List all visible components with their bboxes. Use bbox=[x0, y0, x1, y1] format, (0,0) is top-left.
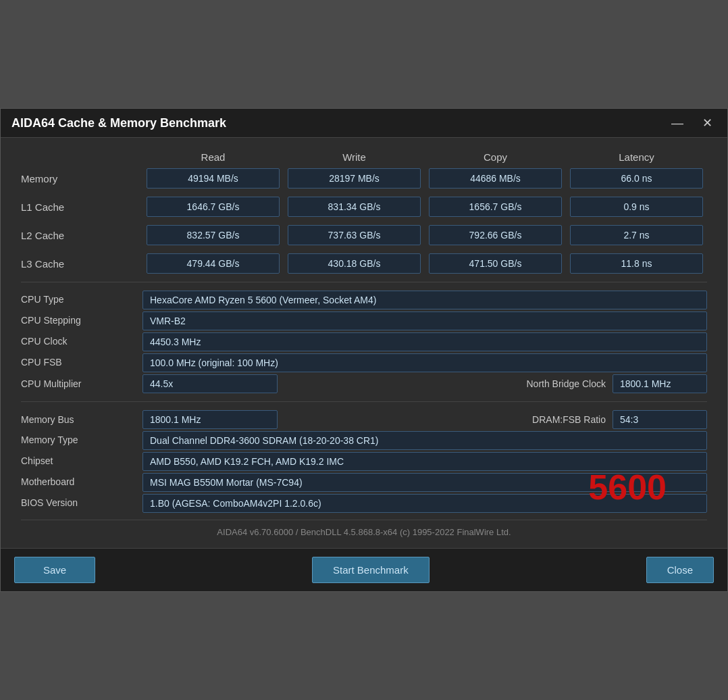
cpu-fsb-value: 100.0 MHz (original: 100 MHz) bbox=[142, 353, 707, 372]
cpu-type-row: CPU Type HexaCore AMD Ryzen 5 5600 (Verm… bbox=[21, 291, 707, 309]
footer-text: AIDA64 v6.70.6000 / BenchDLL 4.5.868.8-x… bbox=[21, 520, 707, 541]
memory-type-value: Dual Channel DDR4-3600 SDRAM (18-20-20-3… bbox=[142, 431, 707, 450]
memory-read: 49194 MB/s bbox=[147, 168, 280, 189]
l2-write: 737.63 GB/s bbox=[288, 225, 421, 245]
col-write: Write bbox=[284, 151, 425, 163]
memory-type-row: Memory Type Dual Channel DDR4-3600 SDRAM… bbox=[21, 431, 707, 450]
row-label-l3: L3 Cache bbox=[21, 258, 142, 270]
chipset-value: AMD B550, AMD K19.2 FCH, AMD K19.2 IMC bbox=[142, 452, 707, 471]
bench-row-l2: L2 Cache 832.57 GB/s 737.63 GB/s 792.66 … bbox=[21, 225, 707, 245]
l2-latency: 2.7 ns bbox=[570, 225, 703, 245]
chipset-label: Chipset bbox=[21, 452, 142, 471]
title-bar: AIDA64 Cache & Memory Benchmark — ✕ bbox=[1, 109, 727, 138]
cpu-type-value: HexaCore AMD Ryzen 5 5600 (Vermeer, Sock… bbox=[142, 291, 707, 309]
north-bridge-clock-label: North Bridge Clock bbox=[520, 375, 613, 393]
bios-label: BIOS Version bbox=[21, 494, 142, 513]
bios-value: 1.B0 (AGESA: ComboAM4v2PI 1.2.0.6c) bbox=[142, 494, 707, 513]
close-button-bar[interactable]: Close bbox=[646, 557, 714, 583]
bench-row-l3: L3 Cache 479.44 GB/s 430.18 GB/s 471.50 … bbox=[21, 253, 707, 274]
l1-latency: 0.9 ns bbox=[570, 197, 703, 217]
start-benchmark-button[interactable]: Start Benchmark bbox=[312, 557, 430, 583]
memory-latency: 66.0 ns bbox=[570, 168, 703, 189]
chipset-row: Chipset AMD B550, AMD K19.2 FCH, AMD K19… bbox=[21, 452, 707, 471]
main-content: Read Write Copy Latency Memory 49194 MB/… bbox=[1, 138, 727, 548]
l3-copy: 471.50 GB/s bbox=[429, 253, 562, 274]
l2-copy: 792.66 GB/s bbox=[429, 225, 562, 245]
col-copy: Copy bbox=[425, 151, 566, 163]
cpu-stepping-label: CPU Stepping bbox=[21, 311, 142, 330]
memory-write: 28197 MB/s bbox=[288, 168, 421, 189]
col-read: Read bbox=[142, 151, 284, 163]
col-empty bbox=[21, 151, 142, 163]
cpu-clock-label: CPU Clock bbox=[21, 332, 142, 351]
row-label-l2: L2 Cache bbox=[21, 230, 142, 241]
cpu-stepping-value: VMR-B2 bbox=[142, 311, 707, 330]
motherboard-label: Motherboard bbox=[21, 473, 142, 492]
cpu-clock-value: 4450.3 MHz bbox=[142, 332, 707, 351]
row-label-l1: L1 Cache bbox=[21, 201, 142, 213]
dram-fsb-label: DRAM:FSB Ratio bbox=[525, 411, 613, 428]
main-window: AIDA64 Cache & Memory Benchmark — ✕ Read… bbox=[0, 108, 728, 592]
memory-bus-row: Memory Bus 1800.1 MHz DRAM:FSB Ratio 54:… bbox=[21, 410, 707, 429]
l1-read: 1646.7 GB/s bbox=[147, 197, 280, 217]
minimize-button[interactable]: — bbox=[667, 116, 687, 130]
bench-row-memory: Memory 49194 MB/s 28197 MB/s 44686 MB/s … bbox=[21, 168, 707, 189]
l3-latency: 11.8 ns bbox=[570, 253, 703, 274]
bench-table-header: Read Write Copy Latency bbox=[21, 151, 707, 163]
cpu-multiplier-label: CPU Multiplier bbox=[21, 375, 142, 393]
l1-write: 831.34 GB/s bbox=[288, 197, 421, 217]
dram-fsb-value: 54:3 bbox=[613, 410, 707, 429]
memory-copy: 44686 MB/s bbox=[429, 168, 562, 189]
divider-1 bbox=[21, 282, 707, 282]
divider-2 bbox=[21, 401, 707, 402]
motherboard-row: Motherboard MSI MAG B550M Mortar (MS-7C9… bbox=[21, 473, 707, 492]
cpu-fsb-row: CPU FSB 100.0 MHz (original: 100 MHz) bbox=[21, 353, 707, 372]
l1-copy: 1656.7 GB/s bbox=[429, 197, 562, 217]
window-controls: — ✕ bbox=[667, 116, 717, 130]
motherboard-value: MSI MAG B550M Mortar (MS-7C94) bbox=[142, 473, 707, 492]
cpu-info-section: CPU Type HexaCore AMD Ryzen 5 5600 (Verm… bbox=[21, 291, 707, 393]
col-latency: Latency bbox=[566, 151, 707, 163]
bench-row-l1: L1 Cache 1646.7 GB/s 831.34 GB/s 1656.7 … bbox=[21, 197, 707, 217]
l3-write: 430.18 GB/s bbox=[288, 253, 421, 274]
cpu-stepping-row: CPU Stepping VMR-B2 bbox=[21, 311, 707, 330]
button-bar: Save Start Benchmark Close bbox=[1, 548, 727, 591]
l2-read: 832.57 GB/s bbox=[147, 225, 280, 245]
memory-info-section: Memory Bus 1800.1 MHz DRAM:FSB Ratio 54:… bbox=[21, 410, 707, 513]
cpu-type-label: CPU Type bbox=[21, 291, 142, 309]
cpu-multiplier-row: CPU Multiplier 44.5x North Bridge Clock … bbox=[21, 374, 707, 393]
save-button[interactable]: Save bbox=[14, 557, 95, 583]
north-bridge-clock-value: 1800.1 MHz bbox=[613, 374, 707, 393]
cpu-multiplier-value: 44.5x bbox=[142, 374, 278, 393]
close-button[interactable]: ✕ bbox=[698, 116, 717, 130]
window-title: AIDA64 Cache & Memory Benchmark bbox=[11, 116, 226, 130]
cpu-clock-row: CPU Clock 4450.3 MHz bbox=[21, 332, 707, 351]
bios-row: BIOS Version 1.B0 (AGESA: ComboAM4v2PI 1… bbox=[21, 494, 707, 513]
memory-bus-label: Memory Bus bbox=[21, 411, 142, 428]
memory-bus-value: 1800.1 MHz bbox=[142, 410, 278, 429]
cpu-fsb-label: CPU FSB bbox=[21, 353, 142, 372]
memory-type-label: Memory Type bbox=[21, 431, 142, 450]
l3-read: 479.44 GB/s bbox=[147, 253, 280, 274]
row-label-memory: Memory bbox=[21, 173, 142, 184]
